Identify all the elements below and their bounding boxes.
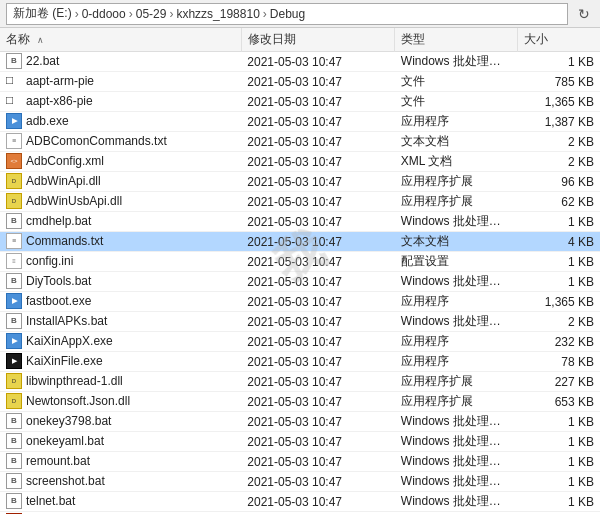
file-date-cell: 2021-05-03 10:47: [241, 232, 395, 252]
file-size-cell: 227 KB: [518, 372, 600, 392]
table-row[interactable]: ▶KaiXinAppX.exe2021-05-03 10:47应用程序232 K…: [0, 332, 600, 352]
file-date-cell: 2021-05-03 10:47: [241, 372, 395, 392]
table-row[interactable]: Bremount.bat2021-05-03 10:47Windows 批处理……: [0, 452, 600, 472]
col-header-type[interactable]: 类型: [395, 28, 518, 52]
file-name-cell: Bscreenshot.bat: [0, 472, 241, 492]
file-type-cell: 应用程序扩展: [395, 392, 518, 412]
table-row[interactable]: <>AdbConfig.xml2021-05-03 10:47XML 文档2 K…: [0, 152, 600, 172]
file-name-cell: ▶fastboot.exe: [0, 292, 241, 312]
file-type-cell: 应用程序: [395, 292, 518, 312]
col-header-name[interactable]: 名称 ∧: [0, 28, 241, 52]
table-row[interactable]: Btelnet.bat2021-05-03 10:47Windows 批处理…1…: [0, 492, 600, 512]
file-size-cell: 1 KB: [518, 432, 600, 452]
table-row[interactable]: ≡config.ini2021-05-03 10:47配置设置1 KB: [0, 252, 600, 272]
file-date-cell: 2021-05-03 10:47: [241, 472, 395, 492]
file-name-cell: ▶KaiXinAppX.exe: [0, 332, 241, 352]
file-date-cell: 2021-05-03 10:47: [241, 132, 395, 152]
address-path[interactable]: 新加卷 (E:) › 0-ddooo › 05-29 › kxhzzs_1988…: [6, 3, 568, 25]
file-name-cell: ▶adb.exe: [0, 112, 241, 132]
file-size-cell: 232 KB: [518, 332, 600, 352]
file-size-cell: 1 KB: [518, 272, 600, 292]
path-part-4: kxhzzs_198810: [176, 7, 259, 21]
file-size-cell: 653 KB: [518, 392, 600, 412]
file-icon: B: [6, 413, 22, 429]
table-row[interactable]: DNewtonsoft.Json.dll2021-05-03 10:47应用程序…: [0, 392, 600, 412]
table-row[interactable]: Bscreenshot.bat2021-05-03 10:47Windows 批…: [0, 472, 600, 492]
table-row[interactable]: ≡Commands.txt2021-05-03 10:47文本文档4 KB: [0, 232, 600, 252]
file-name-cell: ≡config.ini: [0, 252, 241, 272]
file-size-cell: 62 KB: [518, 192, 600, 212]
file-name-cell: DAdbWinUsbApi.dll: [0, 192, 241, 212]
file-date-cell: 2021-05-03 10:47: [241, 252, 395, 272]
file-date-cell: 2021-05-03 10:47: [241, 112, 395, 132]
file-type-cell: 文件: [395, 92, 518, 112]
file-icon: B: [6, 433, 22, 449]
table-row[interactable]: □aapt-arm-pie2021-05-03 10:47文件785 KB: [0, 72, 600, 92]
file-name-cell: ▶KaiXinFile.exe: [0, 352, 241, 372]
file-size-cell: 96 KB: [518, 172, 600, 192]
file-name-cell: □aapt-arm-pie: [0, 72, 241, 92]
file-list-area: 名称 ∧ 修改日期 类型 大小 B22.bat2021-05-03 10:47W…: [0, 28, 600, 514]
file-icon: D: [6, 393, 22, 409]
address-bar: 新加卷 (E:) › 0-ddooo › 05-29 › kxhzzs_1988…: [0, 0, 600, 28]
file-date-cell: 2021-05-03 10:47: [241, 392, 395, 412]
file-name-cell: DAdbWinApi.dll: [0, 172, 241, 192]
file-date-cell: 2021-05-03 10:47: [241, 412, 395, 432]
table-row[interactable]: DAdbWinUsbApi.dll2021-05-03 10:47应用程序扩展6…: [0, 192, 600, 212]
table-row[interactable]: ≡ADBComonCommands.txt2021-05-03 10:47文本文…: [0, 132, 600, 152]
file-type-cell: XML 文档: [395, 152, 518, 172]
table-row[interactable]: B22.bat2021-05-03 10:47Windows 批处理…1 KB: [0, 52, 600, 72]
file-icon: B: [6, 53, 22, 69]
table-row[interactable]: Bonekey3798.bat2021-05-03 10:47Windows 批…: [0, 412, 600, 432]
col-header-date[interactable]: 修改日期: [241, 28, 395, 52]
file-icon: ▶: [6, 293, 22, 309]
file-type-cell: 应用程序: [395, 352, 518, 372]
file-type-cell: Windows 批处理…: [395, 312, 518, 332]
table-row[interactable]: ▶KaiXinFile.exe2021-05-03 10:47应用程序78 KB: [0, 352, 600, 372]
file-size-cell: 785 KB: [518, 72, 600, 92]
file-type-cell: Windows 批处理…: [395, 492, 518, 512]
table-row[interactable]: ▶fastboot.exe2021-05-03 10:47应用程序1,365 K…: [0, 292, 600, 312]
file-size-cell: 78 KB: [518, 352, 600, 372]
file-date-cell: 2021-05-03 10:47: [241, 92, 395, 112]
table-row[interactable]: BDiyTools.bat2021-05-03 10:47Windows 批处理…: [0, 272, 600, 292]
file-name-cell: B22.bat: [0, 52, 241, 72]
file-icon: <>: [6, 153, 22, 169]
file-rows-container: B22.bat2021-05-03 10:47Windows 批处理…1 KB□…: [0, 52, 600, 515]
file-type-cell: Windows 批处理…: [395, 452, 518, 472]
table-row[interactable]: DAdbWinApi.dll2021-05-03 10:47应用程序扩展96 K…: [0, 172, 600, 192]
table-row[interactable]: ▶adb.exe2021-05-03 10:47应用程序1,387 KB: [0, 112, 600, 132]
file-size-cell: 4 KB: [518, 232, 600, 252]
table-row[interactable]: Bcmdhelp.bat2021-05-03 10:47Windows 批处理……: [0, 212, 600, 232]
file-icon: B: [6, 453, 22, 469]
file-name-cell: ≡Commands.txt: [0, 232, 241, 252]
refresh-button[interactable]: ↻: [574, 4, 594, 24]
file-icon: ▶: [6, 113, 22, 129]
table-row[interactable]: □aapt-x86-pie2021-05-03 10:47文件1,365 KB: [0, 92, 600, 112]
file-date-cell: 2021-05-03 10:47: [241, 332, 395, 352]
file-date-cell: 2021-05-03 10:47: [241, 212, 395, 232]
file-icon: B: [6, 493, 22, 509]
file-size-cell: 2 KB: [518, 152, 600, 172]
file-type-cell: Windows 批处理…: [395, 472, 518, 492]
file-table: 名称 ∧ 修改日期 类型 大小 B22.bat2021-05-03 10:47W…: [0, 28, 600, 514]
file-size-cell: 2 KB: [518, 312, 600, 332]
file-type-cell: 应用程序: [395, 112, 518, 132]
table-row[interactable]: Bonekeyaml.bat2021-05-03 10:47Windows 批处…: [0, 432, 600, 452]
file-type-cell: 配置设置: [395, 252, 518, 272]
file-type-cell: Windows 批处理…: [395, 212, 518, 232]
col-header-size[interactable]: 大小: [518, 28, 600, 52]
file-name-cell: DNewtonsoft.Json.dll: [0, 392, 241, 412]
file-name-cell: BDiyTools.bat: [0, 272, 241, 292]
file-size-cell: 1 KB: [518, 52, 600, 72]
path-part-1: 新加卷 (E:): [13, 5, 72, 22]
file-size-cell: 1 KB: [518, 472, 600, 492]
file-type-cell: Windows 批处理…: [395, 432, 518, 452]
file-icon: B: [6, 473, 22, 489]
table-row[interactable]: BInstallAPKs.bat2021-05-03 10:47Windows …: [0, 312, 600, 332]
table-header: 名称 ∧ 修改日期 类型 大小: [0, 28, 600, 52]
file-date-cell: 2021-05-03 10:47: [241, 52, 395, 72]
file-size-cell: 1 KB: [518, 252, 600, 272]
file-date-cell: 2021-05-03 10:47: [241, 452, 395, 472]
table-row[interactable]: Dlibwinpthread-1.dll2021-05-03 10:47应用程序…: [0, 372, 600, 392]
